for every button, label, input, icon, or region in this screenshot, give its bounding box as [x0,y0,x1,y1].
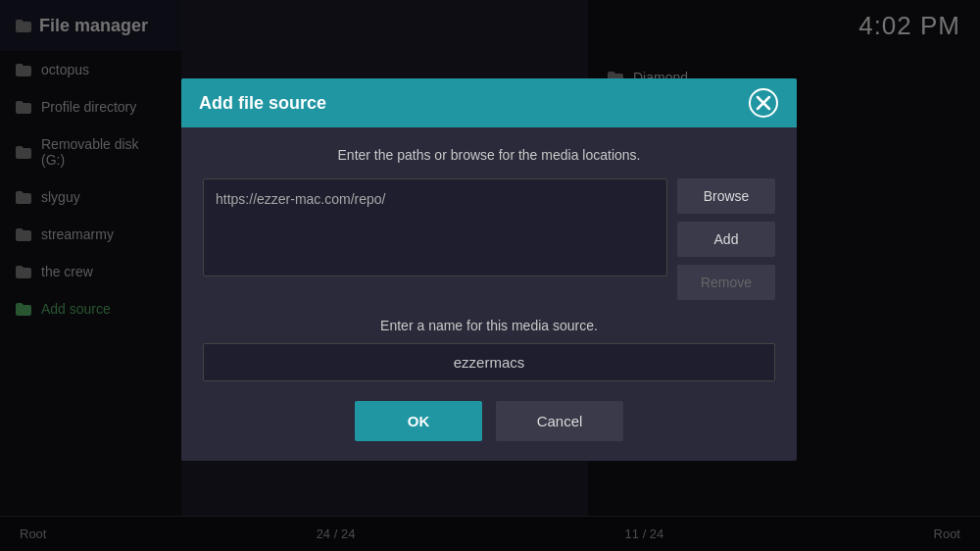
source-name-input[interactable] [203,343,775,381]
dialog-title: Add file source [199,93,326,114]
path-input-row: https://ezzer-mac.com/repo/ Browse Add R… [203,178,775,300]
dialog-button-group: Browse Add Remove [677,178,775,300]
dialog-name-instruction: Enter a name for this media source. [203,318,775,333]
dialog-path-instruction: Enter the paths or browse for the media … [203,147,775,163]
path-value: https://ezzer-mac.com/repo/ [216,191,386,207]
remove-button[interactable]: Remove [677,265,775,300]
dialog-header: Add file source [181,78,797,127]
browse-button[interactable]: Browse [677,178,775,214]
kodi-logo-icon [748,87,779,119]
action-row: OK Cancel [203,401,775,441]
path-area[interactable]: https://ezzer-mac.com/repo/ [203,178,667,276]
add-file-source-dialog: Add file source Enter the paths or brows… [181,78,797,461]
dialog-body: Enter the paths or browse for the media … [181,127,797,461]
add-button[interactable]: Add [677,222,775,257]
ok-button[interactable]: OK [355,401,482,441]
cancel-button[interactable]: Cancel [496,401,623,441]
